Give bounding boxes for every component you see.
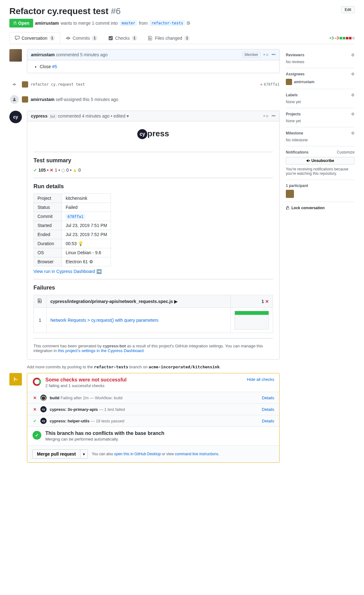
status-donut-icon — [33, 378, 41, 386]
checks-count: 1 — [132, 35, 138, 41]
cypress-logo: cypress — [33, 121, 273, 147]
milestone-value: No milestone — [286, 138, 355, 142]
circleci-icon: ◯ — [40, 395, 47, 401]
failures-heading: Failures — [33, 285, 273, 291]
dashboard-settings-link[interactable]: this project's settings in the Cypress D… — [58, 348, 144, 353]
checks-icon — [108, 36, 113, 41]
merge-ok-title: This branch has no conflicts with the ba… — [45, 431, 164, 436]
git-merge-icon — [9, 373, 22, 386]
hide-checks-link[interactable]: Hide all checks — [247, 377, 274, 382]
run-details-table: Projectkitchensink StatusFailed Commit67… — [33, 194, 111, 266]
customize-link[interactable]: Customize — [337, 150, 355, 154]
bot-badge: bot — [49, 114, 57, 118]
pr-number: #6 — [111, 6, 121, 16]
conversation-count: 1 — [49, 35, 55, 41]
tab-commits[interactable]: Commits 1 — [60, 33, 103, 44]
sidebar-projects-heading: Projects — [286, 112, 301, 116]
tab-files[interactable]: Files changed 1 — [143, 33, 195, 44]
edit-button[interactable]: Edit — [341, 6, 355, 13]
kebab-icon[interactable]: ••• — [271, 114, 276, 118]
diffstat: +3 −3 — [329, 36, 355, 40]
check-circle-icon: ✓ — [33, 431, 41, 440]
commit-message[interactable]: refactor cy.request test — [31, 82, 85, 87]
commit-link[interactable]: 678ffa1 — [66, 214, 85, 219]
avatar[interactable] — [286, 190, 294, 198]
avatar[interactable] — [22, 96, 28, 103]
merge-button[interactable]: Merge pull request — [32, 449, 80, 459]
merge-dropdown[interactable]: ▾ — [80, 449, 88, 459]
comment-body: cypress Test summary ✓ 105 • ✕ 1 • ◌ 0 •… — [27, 121, 279, 359]
base-branch[interactable]: master — [120, 20, 137, 26]
view-run-link[interactable]: View run in Cypress Dashboard ➡️ — [33, 269, 102, 274]
kebab-icon[interactable]: ••• — [271, 53, 276, 57]
fail-x-icon[interactable]: ✕ — [260, 82, 262, 87]
tab-checks[interactable]: Checks 1 — [103, 33, 143, 44]
check-row: ✕ cy cypress: 3x-primary-apis — 1 test f… — [27, 404, 279, 415]
fail-x-icon: ✕ — [265, 299, 269, 304]
labels-value: None yet — [286, 100, 355, 104]
check-row: ✓ cy cypress: helper-utils — 19 tests pa… — [27, 415, 279, 427]
unsubscribe-button[interactable]: Unsubscribe — [286, 157, 355, 164]
sidebar-notifications-heading: Notifications — [286, 150, 309, 154]
comment-icon — [15, 36, 20, 41]
react-icon[interactable]: +☺ — [263, 114, 269, 118]
run-details-heading: Run details — [33, 183, 273, 190]
compare-branch[interactable]: refactor-tests — [149, 20, 185, 26]
tabs: Conversation 1 Commits 1 Checks 1 Files … — [9, 33, 355, 44]
file-icon — [38, 298, 43, 303]
lock-conversation[interactable]: Lock conversation — [286, 202, 355, 210]
reviewers-value: No reviews — [286, 60, 355, 64]
commit-sha[interactable]: 678ffa1 — [264, 82, 280, 87]
checks-status-sub: 2 failing and 1 successful checks — [45, 383, 243, 388]
merge-status-box: Some checks were not successful 2 failin… — [27, 373, 280, 463]
comment-author[interactable]: cypress — [31, 113, 48, 118]
failed-test-link[interactable]: Network Requests > cy.request() with que… — [50, 318, 159, 323]
sidebar-reviewers-heading: Reviewers — [286, 53, 304, 57]
cypress-icon: cy — [40, 406, 47, 412]
git-pr-icon — [13, 21, 17, 25]
assignee-row[interactable]: amirrustam — [286, 79, 355, 85]
react-icon[interactable]: +☺ — [263, 53, 269, 57]
actor[interactable]: amirrustam — [31, 97, 54, 102]
test-summary: ✓ 105 • ✕ 1 • ◌ 0 • ▲ 0 — [33, 168, 273, 173]
avatar[interactable]: cy — [9, 111, 22, 123]
details-link[interactable]: Details — [262, 419, 274, 423]
notif-note: You're receiving notifications because y… — [286, 167, 355, 176]
person-icon — [9, 94, 19, 104]
bot-footer: This comment has been generated by cypre… — [33, 344, 273, 353]
details-link[interactable]: Details — [262, 407, 274, 412]
checks-status-title: Some checks were not successful — [45, 377, 243, 383]
gear-icon[interactable]: ⚙ — [351, 93, 355, 97]
files-count: 1 — [184, 35, 190, 41]
open-desktop-link[interactable]: open this in GitHub Desktop — [114, 452, 161, 456]
test-summary-heading: Test summary — [33, 157, 273, 164]
push-note: Add more commits by pushing to the refac… — [27, 365, 280, 369]
gear-icon[interactable]: ⚙ — [351, 53, 355, 57]
participants-heading: 1 participant — [286, 184, 355, 188]
commit-marker-icon — [9, 79, 19, 89]
gear-icon[interactable]: ⚙ — [351, 72, 355, 76]
details-link[interactable]: Details — [262, 396, 274, 400]
comment-body: Close #5 — [27, 60, 279, 73]
member-badge: Member — [242, 52, 260, 58]
avatar — [286, 79, 292, 85]
merge-ok-sub: Merging can be performed automatically. — [45, 437, 164, 441]
sidebar-labels-heading: Labels — [286, 93, 298, 97]
issue-link[interactable]: #5 — [52, 64, 57, 69]
gear-icon[interactable]: ⚙ — [351, 112, 355, 116]
failures-table: cypress/integration/primary-apis/network… — [33, 295, 273, 333]
tab-conversation[interactable]: Conversation 1 — [9, 33, 60, 44]
cli-link[interactable]: command line instructions — [175, 452, 218, 456]
avatar[interactable] — [9, 49, 22, 62]
avatar[interactable] — [22, 81, 28, 88]
timeline-commit: refactor cy.request test ✕ 678ffa1 — [9, 77, 280, 92]
comment: amirrustam commented 5 minutes ago Membe… — [27, 49, 280, 73]
chevron-down-icon[interactable]: ▾ — [127, 113, 129, 118]
comment-author[interactable]: amirrustam — [31, 52, 55, 57]
comment: cypressbot commented 4 minutes ago • edi… — [27, 111, 280, 360]
screenshot-thumbnail[interactable] — [235, 311, 269, 330]
projects-value: None yet — [286, 119, 355, 123]
copy-icon[interactable] — [187, 21, 190, 26]
gear-icon[interactable]: ⚙ — [351, 131, 355, 135]
pr-author[interactable]: amirrustam — [35, 21, 59, 26]
